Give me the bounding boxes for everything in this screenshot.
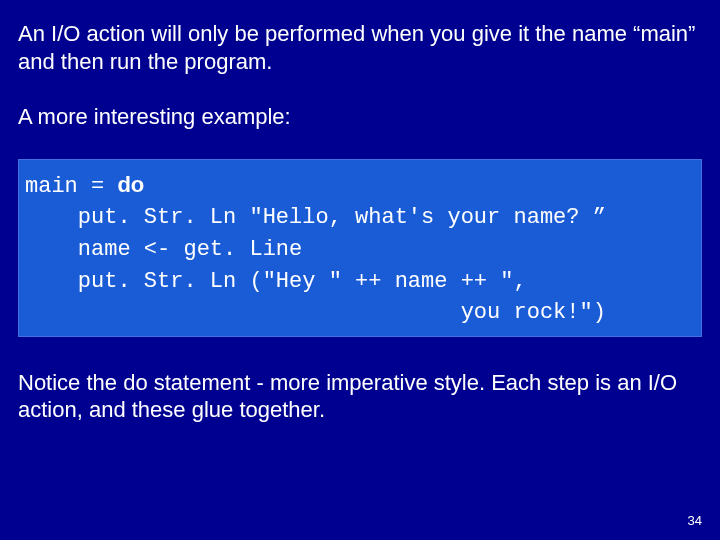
code-line-5: you rock!") (25, 300, 606, 325)
page-number: 34 (688, 513, 702, 528)
slide: An I/O action will only be performed whe… (0, 0, 720, 540)
code-line-3: name <- get. Line (25, 237, 302, 262)
example-intro: A more interesting example: (18, 103, 702, 131)
intro-paragraph: An I/O action will only be performed whe… (18, 20, 702, 75)
code-line-1: main = do (25, 172, 144, 197)
closing-paragraph: Notice the do statement - more imperativ… (18, 369, 702, 424)
code-block: main = do put. Str. Ln "Hello, what's yo… (18, 159, 702, 337)
code-line-4: put. Str. Ln ("Hey " ++ name ++ ", (25, 269, 540, 294)
code-line-2: put. Str. Ln "Hello, what's your name? ” (25, 205, 606, 230)
